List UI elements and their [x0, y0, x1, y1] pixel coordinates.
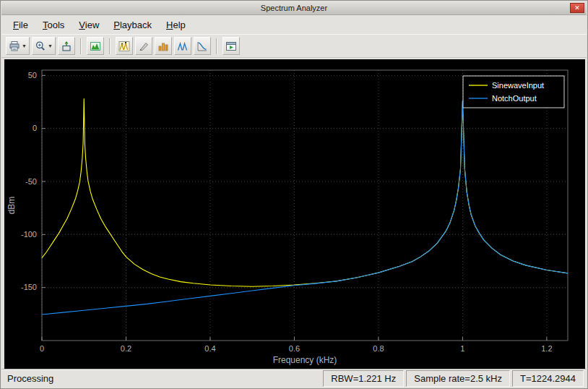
- scale-axes-icon: [61, 40, 72, 52]
- status-panel-1: Sample rate=2.5 kHz: [406, 370, 510, 387]
- spectrum-chart[interactable]: 00.20.40.60.811.2500-50-100-150Frequency…: [4, 59, 585, 369]
- playback-options-button[interactable]: [222, 37, 240, 55]
- x-axis-label: Frequency (kHz): [273, 355, 337, 365]
- toolbar-separator: [80, 38, 82, 54]
- toolbar-separator: [109, 38, 111, 54]
- cursor-measurements-icon: [138, 40, 150, 52]
- legend-entry[interactable]: SinewaveInput: [492, 81, 544, 90]
- playback-options-icon: [225, 40, 237, 52]
- status-panel-0: RBW=1.221 Hz: [323, 370, 404, 387]
- menu-tools[interactable]: Tools: [35, 17, 72, 33]
- zoom-button[interactable]: ▼: [32, 37, 56, 55]
- plot-region: 00.20.40.60.811.2500-50-100-150Frequency…: [4, 59, 585, 369]
- y-tick-label: -50: [25, 177, 37, 186]
- zoom-in-icon: [35, 40, 46, 52]
- dropdown-caret-icon[interactable]: ▼: [48, 43, 53, 48]
- spectrum-settings-button[interactable]: [87, 37, 104, 55]
- scale-axes-button[interactable]: [58, 37, 75, 55]
- toolbar-separator: [216, 38, 217, 54]
- spectral-mask-icon: [177, 40, 189, 52]
- printer-icon: [9, 40, 20, 52]
- menu-playback[interactable]: Playback: [106, 17, 159, 33]
- y-axis-label: dBm: [7, 197, 17, 215]
- x-tick-label: 0.4: [204, 344, 215, 353]
- titlebar[interactable]: Spectrum Analyzer ✕: [1, 1, 587, 15]
- x-tick-label: 1.2: [541, 344, 552, 353]
- statusbar: Processing RBW=1.221 HzSample rate=2.5 k…: [1, 369, 587, 388]
- signal-statistics-button[interactable]: [155, 37, 172, 55]
- menu-view[interactable]: View: [72, 17, 106, 33]
- menubar: FileToolsViewPlaybackHelp: [1, 15, 587, 34]
- window-title: Spectrum Analyzer: [261, 4, 327, 12]
- toolbar: ▼ ▼: [1, 34, 587, 58]
- legend[interactable]: SinewaveInputNotchOutput: [463, 76, 564, 108]
- spectrum-settings-icon: [90, 40, 101, 52]
- spectral-mask-button[interactable]: [174, 37, 191, 55]
- signal-statistics-icon: [157, 40, 169, 52]
- status-panels: RBW=1.221 HzSample rate=2.5 kHzT=1224.29…: [323, 370, 584, 387]
- ccdf-icon: [196, 40, 208, 52]
- peak-finder-icon: [118, 40, 130, 52]
- dropdown-caret-icon[interactable]: ▼: [22, 43, 27, 48]
- peak-finder-button[interactable]: [116, 37, 133, 55]
- close-button[interactable]: ✕: [570, 3, 584, 13]
- print-button[interactable]: ▼: [6, 37, 30, 55]
- y-tick-label: 0: [33, 124, 37, 132]
- menu-file[interactable]: File: [6, 17, 35, 33]
- spectrum-analyzer-window: Spectrum Analyzer ✕ FileToolsViewPlaybac…: [0, 0, 588, 389]
- x-tick-label: 1: [460, 344, 464, 353]
- y-tick-label: 50: [28, 71, 37, 80]
- x-tick-label: 0.2: [121, 344, 131, 353]
- cursor-measurements-button[interactable]: [135, 37, 152, 55]
- menu-help[interactable]: Help: [159, 17, 193, 33]
- status-panel-2: T=1224.2944: [512, 370, 584, 387]
- status-message: Processing: [1, 373, 323, 384]
- legend-entry[interactable]: NotchOutput: [492, 94, 537, 103]
- y-tick-label: -100: [21, 230, 37, 239]
- y-tick-label: -150: [21, 283, 37, 291]
- ccdf-button[interactable]: [194, 37, 211, 55]
- x-tick-label: 0: [40, 344, 44, 353]
- x-tick-label: 0.8: [373, 344, 384, 353]
- x-tick-label: 0.6: [289, 344, 300, 353]
